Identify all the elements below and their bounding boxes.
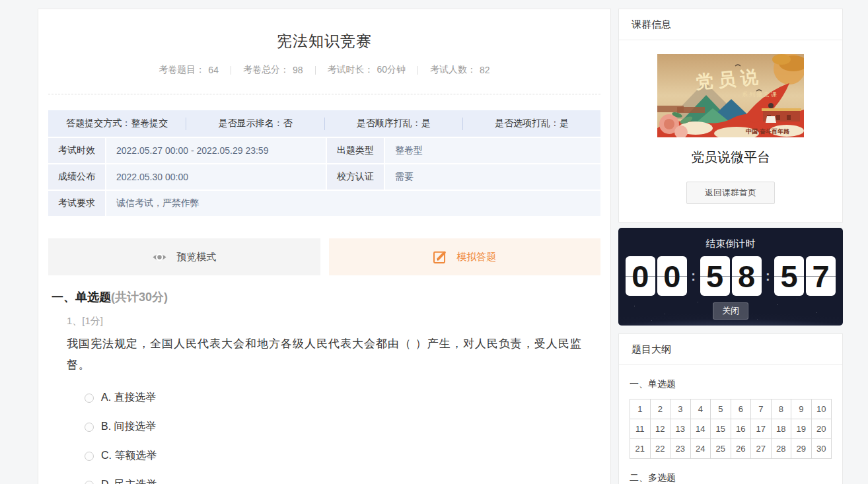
exam-info-table: 考试时效 2022.05.27 00:00 - 2022.05.29 23:59… (48, 138, 600, 216)
info-label-school-auth: 校方认证 (327, 164, 384, 190)
info-value-exam-period: 2022.05.27 00:00 - 2022.05.29 23:59 (106, 138, 326, 163)
countdown-close-button[interactable]: 关闭 (713, 302, 748, 320)
stat-divider (231, 66, 231, 75)
countdown-title: 结束倒计时 (618, 238, 843, 250)
section-title: 一、单选题 (52, 291, 111, 304)
course-group-header: 课群信息 (619, 9, 842, 40)
back-to-course-home-button[interactable]: 返回课群首页 (686, 182, 775, 204)
flip-digit-seconds-tens: 5 (774, 256, 804, 296)
outline-question-cell-26[interactable]: 26 (731, 439, 752, 459)
question-outline-panel: 题目大纲 一、单选题 12345678910111213141516171819… (618, 333, 843, 484)
radio-icon[interactable] (85, 452, 94, 461)
outline-question-cell-5[interactable]: 5 (711, 399, 731, 419)
setting-shuffle-order: 是否顺序打乱：是 (325, 118, 463, 130)
stat-label: 考卷总分： (243, 64, 289, 76)
exam-title: 宪法知识竞赛 (38, 31, 610, 52)
edit-pencil-icon (433, 250, 447, 264)
exam-stats-bar: 考卷题目：64 考卷总分：98 考试时长：60分钟 考试人数：82 (38, 64, 610, 76)
radio-icon[interactable] (85, 394, 94, 403)
outline-question-cell-21[interactable]: 21 (630, 439, 651, 459)
outline-question-cell-10[interactable]: 10 (812, 399, 832, 419)
outline-group-multi-choice: 二、多选题 (630, 472, 842, 484)
outline-question-cell-11[interactable]: 11 (630, 419, 651, 439)
exam-action-bar: 预览模式 模拟答题 (48, 238, 600, 275)
outline-question-cell-6[interactable]: 6 (731, 399, 752, 419)
stat-value: 98 (293, 65, 303, 75)
radio-icon[interactable] (85, 481, 94, 484)
outline-question-cell-13[interactable]: 13 (670, 419, 691, 439)
outline-question-cell-27[interactable]: 27 (751, 439, 772, 459)
outline-question-cell-25[interactable]: 25 (711, 439, 731, 459)
question-number-score: 1、[1分] (67, 315, 610, 328)
stat-divider (417, 66, 418, 75)
info-value-score-release: 2022.05.30 00:00 (106, 164, 326, 190)
outline-question-cell-9[interactable]: 9 (791, 399, 812, 419)
question-text: 我国宪法规定，全国人民代表大会和地方各级人民代表大会都由（ ）产生，对人民负责，… (67, 333, 585, 376)
outline-question-cell-23[interactable]: 23 (670, 439, 691, 459)
section-heading-single-choice: 一、单选题(共计30分) (52, 289, 610, 305)
outline-number-grid: 1234567891011121314151617181920212223242… (630, 399, 832, 459)
simulate-answer-label: 模拟答题 (456, 251, 496, 263)
outline-question-cell-16[interactable]: 16 (731, 419, 752, 439)
option-d-label: D. 民主选举 (101, 478, 157, 484)
question-block-1: 1、[1分] 我国宪法规定，全国人民代表大会和地方各级人民代表大会都由（ ）产生… (38, 315, 610, 484)
option-c[interactable]: C. 等额选举 (85, 449, 610, 463)
flip-digit-hours-ones: 0 (657, 256, 687, 296)
question-outline-header: 题目大纲 (619, 334, 842, 365)
clock-colon: : (691, 269, 696, 284)
outline-question-cell-22[interactable]: 22 (651, 439, 671, 459)
setting-submit-mode: 答题提交方式：整卷提交 (48, 118, 186, 130)
course-banner-image: 党员说 系列微党课 中国·奋斗百年路 (657, 54, 804, 137)
outline-question-cell-19[interactable]: 19 (791, 419, 812, 439)
option-d[interactable]: D. 民主选举 (85, 478, 610, 484)
outline-question-cell-4[interactable]: 4 (691, 399, 711, 419)
stat-total-score: 考卷总分：98 (243, 64, 303, 76)
flip-digit-minutes-ones: 8 (732, 256, 762, 296)
course-group-panel: 课群信息 党员说 系列微党课 中国 (618, 9, 843, 223)
outline-question-cell-12[interactable]: 12 (651, 419, 671, 439)
radio-icon[interactable] (85, 423, 94, 432)
option-b[interactable]: B. 间接选举 (85, 420, 610, 434)
outline-question-cell-3[interactable]: 3 (670, 399, 691, 419)
info-value-school-auth: 需要 (385, 164, 600, 190)
outline-question-cell-14[interactable]: 14 (691, 419, 711, 439)
outline-question-cell-18[interactable]: 18 (772, 419, 792, 439)
question-options: A. 直接选举 B. 间接选举 C. 等额选举 D. 民主选举 (38, 391, 610, 484)
eye-icon (152, 250, 167, 265)
outline-group-single-choice: 一、单选题 (630, 378, 842, 390)
preview-mode-label: 预览模式 (176, 251, 216, 263)
preview-mode-button[interactable]: 预览模式 (48, 238, 320, 275)
info-label-exam-requirement: 考试要求 (48, 191, 105, 216)
info-label-score-release: 成绩公布 (48, 164, 105, 190)
simulate-answer-button[interactable]: 模拟答题 (329, 238, 601, 275)
outline-question-cell-24[interactable]: 24 (691, 439, 711, 459)
outline-question-cell-28[interactable]: 28 (772, 439, 792, 459)
course-group-name: 党员说微平台 (619, 149, 842, 166)
flip-digit-seconds-ones: 7 (806, 256, 836, 296)
info-row: 成绩公布 2022.05.30 00:00 校方认证 需要 (48, 164, 600, 190)
setting-show-ranking: 是否显示排名：否 (186, 118, 324, 130)
info-row: 考试时效 2022.05.27 00:00 - 2022.05.29 23:59… (48, 138, 600, 163)
stat-value: 82 (480, 65, 490, 75)
info-row: 考试要求 诚信考试，严禁作弊 (48, 191, 600, 216)
outline-question-cell-29[interactable]: 29 (791, 439, 812, 459)
stat-value: 60分钟 (377, 64, 406, 76)
outline-question-cell-1[interactable]: 1 (630, 399, 651, 419)
outline-question-cell-30[interactable]: 30 (812, 439, 832, 459)
outline-question-cell-7[interactable]: 7 (751, 399, 772, 419)
option-a-label: A. 直接选举 (101, 391, 157, 405)
stat-label: 考试时长： (328, 64, 374, 76)
outline-question-cell-20[interactable]: 20 (812, 419, 832, 439)
stat-value: 64 (208, 65, 219, 75)
info-value-exam-requirement: 诚信考试，严禁作弊 (106, 191, 600, 216)
outline-question-cell-17[interactable]: 17 (751, 419, 772, 439)
info-label-exam-period: 考试时效 (48, 138, 105, 163)
outline-question-cell-2[interactable]: 2 (651, 399, 671, 419)
outline-question-cell-15[interactable]: 15 (711, 419, 731, 439)
outline-question-cell-8[interactable]: 8 (772, 399, 792, 419)
flip-digit-minutes-tens: 5 (700, 256, 730, 296)
option-a[interactable]: A. 直接选举 (85, 391, 610, 405)
stat-label: 考试人数： (430, 64, 476, 76)
stat-participants: 考试人数：82 (430, 64, 490, 76)
banner-footnote-text: 中国·奋斗百年路 (746, 128, 790, 135)
